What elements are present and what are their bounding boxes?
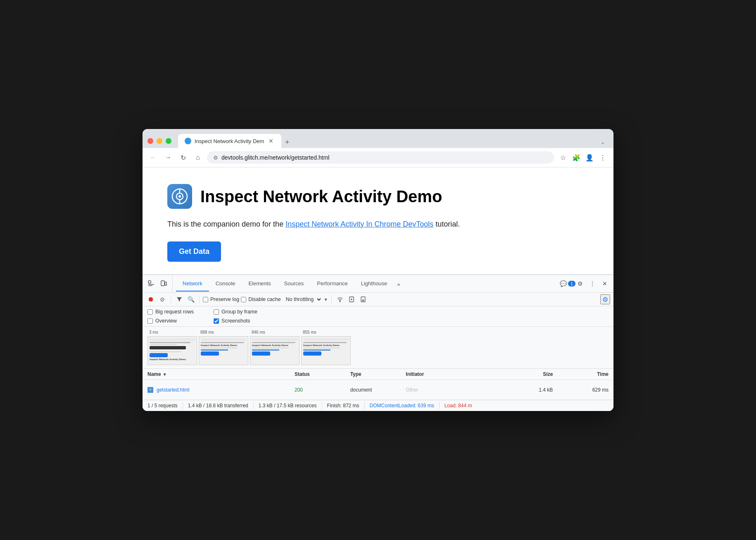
devtools-main-toolbar: Network Console Elements Sources Perform…: [143, 275, 613, 293]
tab-console[interactable]: Console: [209, 276, 242, 292]
devtools-toolbar-right: 💬 1 ⚙ ⋮ ✕: [562, 278, 610, 289]
overview-label: Overview: [155, 318, 177, 324]
description-prefix: This is the companion demo for the: [167, 220, 285, 228]
svg-rect-7: [148, 285, 152, 286]
tab-network[interactable]: Network: [176, 276, 209, 292]
filter-button[interactable]: [174, 294, 184, 304]
disable-cache-input[interactable]: [241, 297, 246, 302]
col-header-initiator[interactable]: Initiator: [401, 369, 502, 380]
tabs-chevron-button[interactable]: ⌄: [597, 136, 609, 148]
forward-button[interactable]: →: [162, 152, 174, 163]
record-button[interactable]: ⏺: [146, 294, 156, 304]
wifi-icon-button[interactable]: [335, 294, 345, 304]
description-suffix: tutorial.: [433, 220, 460, 228]
extensions-button[interactable]: 🧩: [571, 152, 582, 163]
screenshot-thumb-1[interactable]: Inspect Network Activity Demo: [199, 336, 248, 365]
svg-rect-5: [148, 281, 151, 283]
row-time-cell: 629 ms: [558, 380, 613, 399]
tabs-more-button[interactable]: »: [394, 277, 403, 292]
svg-point-10: [340, 301, 340, 302]
col-header-size[interactable]: Size: [502, 369, 558, 380]
screenshot-thumb-3[interactable]: Inspect Network Activity Demo: [301, 336, 351, 365]
row-size: 1.4 kB: [539, 387, 553, 393]
screenshot-time-3: 855 ms: [301, 330, 316, 335]
minimize-button[interactable]: [157, 138, 162, 144]
tab-title: Inspect Network Activity Dem: [195, 138, 264, 144]
window-controls: [147, 138, 171, 144]
screenshots-checkbox[interactable]: Screenshots: [214, 318, 257, 324]
tab-elements[interactable]: Elements: [242, 276, 277, 292]
overview-checkbox[interactable]: Overview: [147, 318, 194, 324]
tab-favicon-icon: 🌐: [185, 138, 191, 144]
devtools-close-button[interactable]: ✕: [599, 278, 610, 289]
settings-button[interactable]: ⚙: [575, 278, 585, 289]
overview-input[interactable]: [147, 318, 153, 324]
preserve-log-checkbox[interactable]: Preserve log: [203, 296, 239, 302]
import-har-button[interactable]: [347, 294, 357, 304]
screenshots-input[interactable]: [214, 318, 219, 324]
big-request-rows-input[interactable]: [147, 309, 153, 315]
search-button[interactable]: 🔍: [186, 294, 196, 304]
devtools-more-button[interactable]: ⋮: [587, 278, 598, 289]
disable-cache-checkbox[interactable]: Disable cache: [241, 296, 281, 302]
tab-performance[interactable]: Performance: [310, 276, 354, 292]
clear-button[interactable]: ⊘: [157, 294, 167, 304]
browser-window: 🌐 Inspect Network Activity Dem ✕ + ⌄ ← →…: [143, 129, 613, 411]
bookmark-button[interactable]: ☆: [557, 152, 569, 163]
tab-lighthouse[interactable]: Lighthouse: [354, 276, 394, 292]
more-menu-button[interactable]: ⋮: [597, 152, 609, 163]
screenshot-thumb-0[interactable]: Inspect Network Activity Demo: [147, 336, 197, 365]
col-header-type[interactable]: Type: [345, 369, 401, 380]
screenshot-thumb-2[interactable]: Inspect Network Activity Demo: [250, 336, 300, 365]
status-finish: Finish: 872 ms: [327, 402, 365, 409]
big-request-rows-checkbox[interactable]: Big request rows: [147, 309, 194, 315]
col-type-label: Type: [350, 371, 361, 377]
new-tab-button[interactable]: +: [281, 136, 293, 148]
get-data-button[interactable]: Get Data: [167, 241, 221, 262]
screenshots-row: 3 ms Inspect Network Activity Demo: [147, 330, 609, 365]
screenshots-timeline: 3 ms Inspect Network Activity Demo: [143, 327, 613, 369]
settings-group-right: Group by frame Screenshots: [214, 309, 257, 324]
col-header-time[interactable]: Time: [558, 369, 613, 380]
screenshot-time-2: 846 ms: [250, 330, 265, 335]
active-tab[interactable]: 🌐 Inspect Network Activity Dem ✕: [178, 134, 281, 148]
network-toolbar: ⏺ ⊘ 🔍 Preserve log Disable cache No thro…: [143, 293, 613, 306]
profile-button[interactable]: 👤: [584, 152, 595, 163]
col-header-status[interactable]: Status: [290, 369, 345, 380]
row-initiator: Other: [406, 387, 418, 393]
table-row[interactable]: ≡ getstarted.html 200 document Other 1.4…: [143, 380, 613, 400]
tab-close-icon[interactable]: ✕: [267, 137, 275, 145]
network-settings-button[interactable]: ⚙: [600, 294, 610, 304]
disable-cache-label: Disable cache: [248, 296, 281, 302]
devtools-tabs: Network Console Elements Sources Perform…: [176, 276, 562, 292]
url-input[interactable]: [221, 154, 548, 161]
back-button[interactable]: ←: [147, 152, 159, 163]
maximize-button[interactable]: [166, 138, 171, 144]
col-name-label: Name: [147, 371, 161, 377]
row-filename: getstarted.html: [157, 387, 189, 393]
group-by-frame-label: Group by frame: [221, 309, 257, 315]
device-toolbar-icon-button[interactable]: [158, 278, 169, 289]
reload-button[interactable]: ↻: [177, 152, 189, 163]
svg-rect-9: [165, 282, 166, 285]
tabs-row: 🌐 Inspect Network Activity Dem ✕ + ⌄: [178, 134, 609, 148]
tab-sources[interactable]: Sources: [278, 276, 311, 292]
row-size-cell: 1.4 kB: [502, 380, 558, 399]
home-button[interactable]: ⌂: [192, 152, 204, 163]
tutorial-link[interactable]: Inspect Network Activity In Chrome DevTo…: [285, 220, 433, 228]
file-type-icon: ≡: [147, 387, 153, 393]
group-by-frame-input[interactable]: [214, 309, 219, 315]
status-transferred: 1.4 kB / 18.6 kB transferred: [188, 402, 254, 409]
group-by-frame-checkbox[interactable]: Group by frame: [214, 309, 257, 315]
address-bar[interactable]: ⚙: [207, 151, 554, 164]
new-tab-icon: +: [285, 138, 290, 147]
preserve-log-input[interactable]: [203, 297, 208, 302]
inspector-icon-button[interactable]: [146, 278, 157, 289]
export-har-button[interactable]: [358, 294, 368, 304]
throttle-select[interactable]: No throttling: [283, 295, 322, 303]
console-messages-button[interactable]: 💬 1: [562, 278, 573, 289]
nav-actions: ☆ 🧩 👤 ⋮: [557, 152, 609, 163]
settings-group-left: Big request rows Overview: [147, 309, 194, 324]
close-button[interactable]: [147, 138, 153, 144]
col-header-name[interactable]: Name ▼: [143, 369, 290, 380]
